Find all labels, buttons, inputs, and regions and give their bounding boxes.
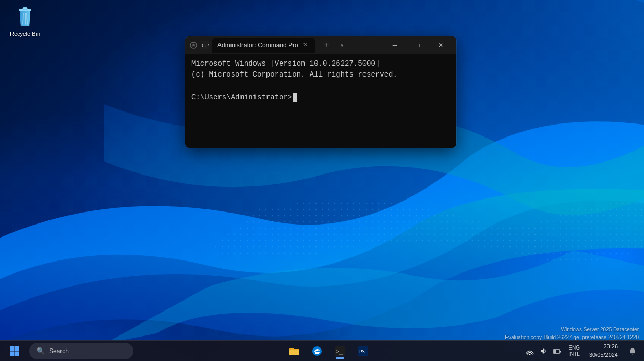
cmd-close-button[interactable]: ✕	[429, 36, 452, 54]
cmd-prompt-text: C:\Users\Administrator>	[191, 93, 292, 102]
search-label: Search	[49, 347, 69, 355]
cmd-output-line2: (c) Microsoft Corporation. All rights re…	[191, 69, 450, 80]
cmd-tab-active[interactable]: Administrator: Command Pro ✕	[212, 38, 315, 53]
windows-logo-icon	[10, 346, 19, 356]
svg-rect-14	[10, 351, 15, 356]
svg-rect-25	[560, 351, 561, 352]
cmd-titlebar: C:\ Administrator: Command Pro ✕ ＋ ∨ ─ □…	[185, 36, 456, 54]
edge-icon	[312, 346, 322, 356]
taskbar-file-explorer[interactable]	[284, 342, 305, 360]
language-indicator[interactable]: ENG INTL	[566, 345, 582, 357]
cmd-window[interactable]: C:\ Administrator: Command Pro ✕ ＋ ∨ ─ □…	[185, 36, 456, 148]
tray-battery-icon[interactable]	[551, 343, 563, 359]
clock-time: 23:26	[589, 343, 618, 351]
desktop: Recycle Bin Windows Server 2025 Datacent…	[0, 0, 644, 361]
svg-line-7	[27, 13, 27, 24]
taskbar-powershell[interactable]: PS	[353, 342, 373, 360]
cmd-dropdown-button[interactable]: ∨	[338, 42, 346, 48]
cmd-content: Microsoft Windows [Version 10.0.26227.50…	[185, 54, 456, 148]
svg-point-9	[193, 44, 195, 45]
watermark-line1: Windows Server 2025 Datacenter	[505, 326, 639, 333]
svg-rect-15	[15, 351, 20, 356]
watermark: Windows Server 2025 Datacenter Evaluatio…	[505, 326, 639, 341]
svg-text:>_: >_	[336, 348, 343, 355]
network-icon	[526, 347, 534, 355]
start-button[interactable]	[4, 342, 25, 360]
terminal-icon: >_	[335, 346, 345, 356]
search-bar[interactable]: 🔍 Search	[29, 343, 133, 359]
svg-rect-12	[10, 346, 15, 351]
svg-text:PS: PS	[359, 349, 365, 354]
clock[interactable]: 23:26 30/05/2024	[585, 343, 622, 359]
taskbar: 🔍 Search	[0, 340, 644, 361]
security-icon	[189, 41, 198, 49]
volume-icon	[539, 347, 548, 355]
notifications-button[interactable]	[625, 343, 640, 359]
cmd-tab-title: Administrator: Command Pro	[217, 42, 298, 49]
cmd-tab-close-button[interactable]: ✕	[301, 41, 310, 49]
cmd-new-tab-button[interactable]: ＋	[318, 40, 335, 51]
file-explorer-icon	[289, 346, 299, 356]
cursor-block	[293, 93, 297, 102]
powershell-icon: PS	[358, 346, 368, 356]
svg-text:C:\: C:\	[202, 43, 209, 48]
language-line1: ENG	[568, 345, 580, 351]
svg-rect-26	[554, 350, 556, 353]
recycle-bin-label: Recycle Bin	[10, 30, 40, 38]
taskbar-edge-browser[interactable]	[307, 342, 327, 360]
tray-icons	[524, 343, 563, 359]
cmd-titlebar-left: C:\ Administrator: Command Pro ✕ ＋ ∨	[189, 38, 383, 53]
cmd-blank-line	[191, 80, 450, 91]
tray-volume-icon[interactable]	[537, 343, 550, 359]
taskbar-left: 🔍 Search	[4, 342, 133, 360]
cmd-maximize-button[interactable]: □	[406, 36, 429, 54]
svg-rect-17	[289, 350, 299, 355]
cmd-minimize-button[interactable]: ─	[383, 36, 406, 54]
battery-icon	[553, 347, 561, 355]
svg-line-5	[23, 13, 23, 24]
recycle-bin-icon[interactable]: Recycle Bin	[6, 5, 44, 38]
clock-date: 30/05/2024	[589, 351, 618, 359]
cmd-prompt-line[interactable]: C:\Users\Administrator>	[191, 93, 450, 102]
cmd-output-line1: Microsoft Windows [Version 10.0.26227.50…	[191, 58, 450, 69]
cmd-window-controls: ─ □ ✕	[383, 36, 452, 54]
notifications-icon	[629, 347, 636, 355]
recycle-bin-graphic	[15, 5, 35, 28]
svg-point-18	[312, 346, 322, 356]
taskbar-terminal[interactable]: >_	[330, 342, 350, 360]
language-line2: INTL	[568, 351, 580, 357]
cmd-app-icon: C:\	[201, 41, 209, 49]
system-tray: ENG INTL 23:26 30/05/2024	[524, 343, 640, 359]
taskbar-center: >_ PS	[133, 342, 524, 360]
svg-rect-4	[23, 7, 27, 10]
svg-rect-13	[15, 346, 20, 351]
tray-network-icon[interactable]	[524, 343, 536, 359]
search-icon: 🔍	[37, 347, 45, 355]
svg-point-23	[529, 354, 531, 355]
